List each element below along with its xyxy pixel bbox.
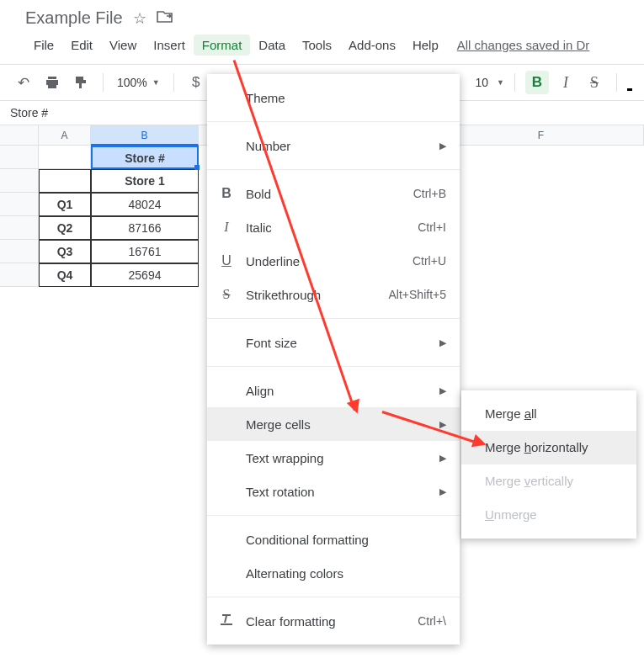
menuitem-number[interactable]: Number ▶ — [207, 129, 460, 162]
row-header[interactable] — [0, 240, 39, 263]
menuitem-rotation[interactable]: Text rotation ▶ — [207, 475, 460, 508]
paint-format-button[interactable] — [69, 71, 93, 94]
row-header[interactable] — [0, 216, 39, 240]
underline-icon: U — [207, 253, 246, 268]
separator — [207, 515, 460, 516]
chevron-right-icon: ▶ — [439, 337, 446, 348]
cell[interactable] — [39, 146, 91, 169]
menuitem-strike[interactable]: S Strikethrough Alt+Shift+5 — [207, 278, 460, 311]
title-bar: Example File ☆ — [0, 0, 644, 33]
chevron-right-icon: ▶ — [439, 486, 446, 497]
menu-tools[interactable]: Tools — [294, 34, 340, 56]
menu-help[interactable]: Help — [404, 34, 447, 56]
text-color-button[interactable] — [627, 74, 632, 91]
separator — [514, 73, 515, 92]
menuitem-bold[interactable]: B Bold Ctrl+B — [207, 177, 460, 210]
menubar: File Edit View Insert Format Data Tools … — [0, 33, 644, 64]
col-header-a[interactable]: A — [39, 125, 91, 146]
separator — [207, 597, 460, 597]
bold-button[interactable]: B — [525, 71, 549, 94]
cell[interactable]: 87166 — [91, 216, 199, 240]
italic-button[interactable]: I — [554, 71, 577, 94]
select-all-corner[interactable] — [0, 125, 39, 146]
menu-file[interactable]: File — [25, 34, 62, 56]
chevron-right-icon: ▶ — [439, 453, 446, 464]
menuitem-align[interactable]: Align ▶ — [207, 374, 460, 407]
row-header[interactable] — [0, 169, 39, 193]
currency-button[interactable]: $ — [184, 71, 208, 94]
menu-data[interactable]: Data — [250, 34, 294, 56]
separator — [207, 318, 460, 319]
strike-icon: S — [207, 287, 246, 302]
menuitem-italic[interactable]: I Italic Ctrl+I — [207, 210, 460, 244]
fontsize-dropdown[interactable]: 10 ▼ — [476, 76, 505, 89]
star-icon[interactable]: ☆ — [133, 9, 146, 28]
chevron-right-icon: ▶ — [439, 419, 446, 430]
cell-b1-selected[interactable]: Store # — [91, 146, 199, 169]
separator — [207, 169, 460, 170]
strike-button[interactable]: S — [583, 71, 606, 94]
submenu-merge-all[interactable]: Merge all — [461, 397, 636, 431]
chevron-right-icon: ▶ — [439, 141, 446, 151]
col-header-b[interactable]: B — [91, 125, 199, 146]
fontsize-value: 10 — [476, 76, 489, 89]
caret-icon: ▼ — [152, 78, 160, 87]
col-header-f[interactable]: F — [439, 125, 644, 146]
merge-submenu: Merge all Merge horizontally Merge verti… — [461, 390, 636, 539]
separator — [616, 73, 617, 92]
italic-icon: I — [207, 220, 246, 235]
submenu-merge-vertical: Merge vertically — [461, 464, 636, 498]
menu-view[interactable]: View — [101, 34, 145, 56]
menuitem-alternating[interactable]: Alternating colors — [207, 556, 460, 590]
zoom-value: 100% — [117, 76, 147, 89]
row-header[interactable] — [0, 263, 39, 287]
cell[interactable]: Q3 — [39, 240, 91, 263]
zoom-dropdown[interactable]: 100% ▼ — [114, 76, 163, 89]
cell[interactable]: 16761 — [91, 240, 199, 263]
separator — [103, 73, 104, 92]
cell[interactable]: Store 1 — [91, 169, 199, 193]
print-button[interactable] — [40, 71, 64, 94]
save-status[interactable]: All changes saved in Dr — [457, 38, 590, 52]
menu-edit[interactable]: Edit — [62, 34, 101, 56]
menu-addons[interactable]: Add-ons — [340, 34, 404, 56]
clear-format-icon — [207, 612, 246, 630]
menuitem-conditional[interactable]: Conditional formatting — [207, 523, 460, 556]
row-header[interactable] — [0, 193, 39, 216]
menu-insert[interactable]: Insert — [145, 34, 194, 56]
doc-title[interactable]: Example File — [25, 8, 123, 28]
submenu-merge-horizontal[interactable]: Merge horizontally — [461, 431, 636, 464]
chevron-right-icon: ▶ — [439, 385, 446, 396]
menuitem-clear[interactable]: Clear formatting Ctrl+\ — [207, 604, 460, 638]
menuitem-wrap[interactable]: Text wrapping ▶ — [207, 441, 460, 475]
move-icon[interactable] — [157, 9, 173, 27]
separator — [173, 73, 174, 92]
undo-button[interactable]: ↶ — [12, 71, 35, 94]
cell[interactable]: Q2 — [39, 216, 91, 240]
separator — [207, 366, 460, 367]
cell[interactable]: 48024 — [91, 193, 199, 216]
cell[interactable] — [39, 169, 91, 193]
cell[interactable]: Q1 — [39, 193, 91, 216]
format-dropdown: Theme Number ▶ B Bold Ctrl+B I Italic Ct… — [207, 74, 460, 645]
bold-icon: B — [207, 186, 246, 201]
submenu-unmerge: Unmerge — [461, 498, 636, 532]
menu-format[interactable]: Format — [194, 34, 251, 56]
row-header[interactable] — [0, 146, 39, 169]
separator — [207, 121, 460, 122]
cell[interactable]: Q4 — [39, 263, 91, 287]
cell[interactable]: 25694 — [91, 263, 199, 287]
caret-icon: ▼ — [497, 78, 504, 87]
menuitem-underline[interactable]: U Underline Ctrl+U — [207, 244, 460, 278]
